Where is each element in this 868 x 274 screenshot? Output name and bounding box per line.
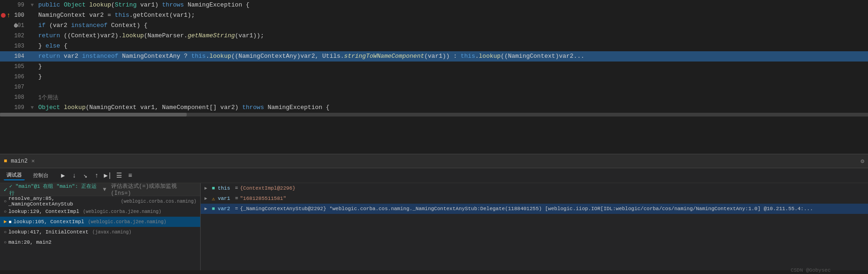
stack-frame-icon: ○ [4, 230, 7, 235]
line-number-area: 101 [0, 22, 28, 29]
debug-panel-icon: ■ [4, 158, 7, 164]
code-line: 99 ▼ public Object lookup(String var1) t… [0, 0, 868, 10]
step-into-icon[interactable]: ↘ [81, 171, 90, 179]
var-equals: = [232, 185, 238, 191]
debug-panel: ■ main2 ✕ ⚙ 调试器 控制台 ▶ ↓ ↘ ↑ ▶| ☰ ≡ ✓ ✓ "… [0, 154, 868, 270]
code-line-highlighted: 104 return var2 instanceof NamingContext… [0, 51, 868, 62]
code-line: 105 } [0, 62, 868, 72]
line-number: 104 [14, 53, 24, 60]
var-name: this [218, 185, 230, 191]
line-number: 102 [14, 33, 24, 39]
line-number: 99 [18, 2, 24, 8]
step-over-icon[interactable]: ↓ [70, 172, 78, 179]
tab-title[interactable]: main2 [11, 158, 28, 164]
editor-area: 99 ▼ public Object lookup(String var1) t… [0, 0, 868, 154]
variables-panel: ► ■ this = {ContextImpl@2296} ► ⚠ var1 =… [201, 183, 868, 270]
line-number-area: 108 [0, 94, 28, 101]
stack-item-selected[interactable]: ► ■ lookup:105, ContextImpl (weblogic.co… [0, 217, 200, 227]
var-equals: = [232, 196, 238, 201]
stack-method-name: resolve_any:85, _NamingContextAnyStub [8, 196, 117, 207]
stack-items: ○ resolve_any:85, _NamingContextAnyStub … [0, 196, 200, 270]
stack-frame-icon: ■ [9, 219, 12, 225]
line-number-area: 99 [0, 2, 28, 8]
run-to-cursor-icon[interactable]: ▶| [104, 171, 112, 179]
thread-status-icon: ✓ [4, 186, 7, 193]
stack-item[interactable]: ○ resolve_any:85, _NamingContextAnyStub … [0, 196, 200, 206]
line-number: 105 [14, 63, 24, 70]
console-tab-button[interactable]: 控制台 [30, 171, 51, 180]
line-number-area: 107 [0, 84, 28, 90]
line-number: 106 [14, 74, 24, 80]
stack-frame-icon: ○ [4, 209, 7, 214]
debugger-tab-button[interactable]: 调试器 [4, 171, 25, 180]
stack-location: (weblogic.corba.j2ee.naming) [85, 219, 166, 225]
var-value: {_NamingContextAnyStub@2292} *weblogic.c… [240, 206, 813, 212]
expand-icon[interactable]: ► [204, 186, 210, 191]
debug-tabs: ■ main2 ✕ ⚙ [0, 154, 868, 168]
code-content: } [36, 62, 868, 72]
code-line: 109 ▼ Object lookup(NamingContext var1, … [0, 103, 868, 113]
code-content: public Object lookup(String var1) throws… [36, 0, 868, 10]
resume-icon[interactable]: ▶ [59, 171, 67, 179]
line-number-area: 105 [0, 63, 28, 70]
expand-icon[interactable]: ► [204, 206, 210, 212]
stack-item[interactable]: ○ lookup:417, InitialContext (javax.nami… [0, 227, 200, 237]
line-number: 108 [14, 94, 24, 101]
stack-location: (weblogic.corba.j2ee.naming) [80, 209, 161, 214]
line-number-area: 104 [0, 53, 28, 60]
tab-close-button[interactable]: ✕ [31, 158, 35, 164]
scrollbar-thumb[interactable] [0, 113, 187, 116]
var-value: {ContextImpl@2296} [240, 185, 295, 191]
breakpoint-indicator[interactable] [1, 13, 6, 18]
vars-items: ► ■ this = {ContextImpl@2296} ► ⚠ var1 =… [201, 183, 868, 270]
stack-header: ✓ ✓ "main"@1 在组 "main": 正在运行 ▼ 评估表达式(=)或… [0, 183, 200, 196]
line-number-area: 103 [0, 43, 28, 49]
fold-icon[interactable]: ▼ [28, 105, 36, 110]
method-label: 1个用法 [36, 92, 58, 103]
line-number-area: 106 [0, 74, 28, 80]
line-number: 107 [14, 84, 24, 90]
line-number-area: 102 [0, 33, 28, 39]
variable-item-var2[interactable]: ► ■ var2 = {_NamingContextAnyStub@2292} … [201, 204, 868, 214]
stack-method-name: lookup:105, ContextImpl [14, 219, 84, 225]
code-content: Object lookup(NamingContext var1, NameCo… [36, 103, 868, 113]
var-equals: = [232, 206, 238, 212]
stack-method-name: lookup:417, InitialContext [8, 229, 89, 235]
code-content: NamingContext var2 = this.getContext(var… [36, 10, 868, 21]
stack-frame-icon: ○ [4, 240, 7, 245]
settings-icon[interactable]: ⚙ [861, 158, 864, 165]
layout-icon[interactable]: ≡ [126, 172, 134, 179]
current-frame-arrow: ► [4, 219, 7, 225]
code-line: ↑ 100 NamingContext var2 = this.getConte… [0, 10, 868, 21]
editor-scrollbar[interactable] [0, 113, 868, 116]
thread-status-text: ✓ "main"@1 在组 "main": 正在运行 [9, 183, 101, 197]
fold-icon[interactable]: ▼ [28, 2, 36, 8]
line-number: 100 [14, 12, 24, 19]
var-name: var2 [218, 206, 230, 212]
line-number-area: ↑ 100 [0, 12, 28, 19]
debug-tab-label: main2 ✕ [7, 158, 38, 164]
filter-icon[interactable]: ▼ [103, 186, 106, 193]
frames-icon[interactable]: ☰ [115, 171, 123, 179]
stack-item[interactable]: ○ main:20, main2 [0, 237, 200, 247]
step-out-icon[interactable]: ↑ [92, 172, 101, 179]
code-line: 106 } [0, 72, 868, 82]
line-number-area: 109 [0, 104, 28, 111]
line-number: 103 [14, 43, 24, 49]
code-line: 108 1个用法 [0, 92, 868, 103]
code-content: return var2 instanceof NamingContextAny … [36, 51, 868, 62]
eval-expression-label: 评估表达式(=)或添加监视(Ins=) [111, 183, 196, 197]
expand-icon[interactable]: ► [204, 196, 210, 201]
variable-item-this[interactable]: ► ■ this = {ContextImpl@2296} [201, 183, 868, 193]
stack-item[interactable]: ○ lookup:129, ContextImpl (weblogic.corb… [0, 206, 200, 217]
code-lines: 99 ▼ public Object lookup(String var1) t… [0, 0, 868, 113]
stack-method-name: main:20, main2 [8, 240, 51, 245]
code-content: } else { [36, 41, 868, 51]
code-content: return ((Context)var2).lookup(NameParser… [36, 31, 868, 41]
var-warning-icon: ⚠ [212, 196, 215, 202]
code-line: 103 } else { [0, 41, 868, 51]
code-line: 107 [0, 82, 868, 92]
variable-item-var1[interactable]: ► ⚠ var1 = "1681285511581" [201, 193, 868, 204]
stack-method-name: lookup:129, ContextImpl [8, 209, 79, 214]
execution-arrow: ↑ [7, 12, 10, 19]
